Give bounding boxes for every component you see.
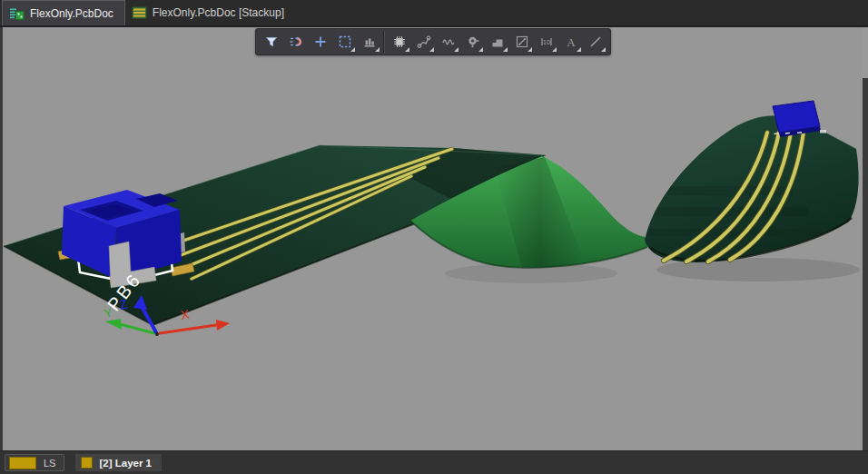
layer-color-swatch [81, 457, 93, 469]
layer-set-color-swatch [9, 457, 36, 469]
place-line-tool-button[interactable] [583, 30, 607, 54]
dimension-tool-button[interactable]: 10 [534, 30, 558, 54]
length-tuning-tool-button[interactable] [436, 30, 460, 54]
text-string-icon: A [564, 35, 578, 49]
layer-set-label: LS [44, 458, 55, 469]
filter-icon [264, 35, 279, 49]
polygon-pour-tool-button[interactable] [485, 30, 509, 54]
tab-label: FlexOnly.PcbDoc [Stackup] [153, 6, 284, 19]
bar-chart-icon [362, 35, 377, 49]
document-tab-bar: FlexOnly.PcbDoc FlexOnly.PcbDoc [Stackup… [0, 0, 868, 27]
tab-flexonly-pcbdoc-stackup[interactable]: FlexOnly.PcbDoc [Stackup] [125, 0, 295, 25]
crosshair-icon [313, 35, 328, 49]
magnet-icon [289, 35, 303, 49]
bars-tool-button[interactable] [357, 30, 381, 54]
chip-icon [392, 35, 407, 49]
right-designator-mark [820, 130, 826, 133]
place-component-tool-button[interactable] [387, 30, 411, 54]
interactive-routing-tool-button[interactable] [411, 30, 436, 54]
place-string-tool-button[interactable]: A [558, 30, 583, 54]
pcbdoc-icon [9, 6, 25, 21]
polygon-pour-icon [490, 35, 505, 49]
line-icon [588, 35, 603, 49]
flex-board-right-section[interactable] [634, 116, 859, 262]
crosshair-tool-button[interactable] [308, 30, 332, 54]
pcb-3d-viewport[interactable]: PB6 X Y Z [3, 27, 863, 451]
x-axis-arrow [160, 325, 216, 333]
routing-icon [417, 35, 431, 49]
status-bar: LS [2] Layer 1 [0, 450, 868, 474]
vertical-scrollbar-thumb[interactable] [863, 27, 868, 78]
active-layer-label: [2] Layer 1 [99, 458, 152, 469]
slice-polygon-tool-button[interactable] [509, 30, 534, 54]
tab-label: FlexOnly.PcbDoc [30, 7, 113, 20]
pcb-3d-scene: PB6 X Y Z [3, 27, 863, 451]
place-via-tool-button[interactable] [460, 30, 485, 54]
workspace: PB6 X Y Z [0, 27, 868, 451]
toolbar-separator [383, 31, 385, 53]
svg-text:10: 10 [542, 38, 549, 46]
snapping-tool-button[interactable] [283, 30, 308, 54]
svg-text:A: A [567, 35, 576, 49]
via-icon [466, 35, 480, 49]
stackup-icon [132, 5, 147, 20]
filter-tool-button[interactable] [259, 30, 283, 54]
layer-set-selector[interactable]: LS [5, 454, 64, 471]
active-layer-tab[interactable]: [2] Layer 1 [75, 454, 162, 471]
select-area-tool-button[interactable] [332, 30, 357, 54]
dimension-icon: 10 [539, 35, 554, 49]
tab-flexonly-pcbdoc[interactable]: FlexOnly.PcbDoc [2, 0, 125, 25]
active-bar-toolbar: 10 A [255, 28, 611, 55]
slice-icon [515, 35, 529, 49]
selection-rectangle-icon [338, 35, 352, 49]
y-axis-arrow [120, 324, 154, 333]
tuning-squiggle-icon [441, 35, 456, 49]
